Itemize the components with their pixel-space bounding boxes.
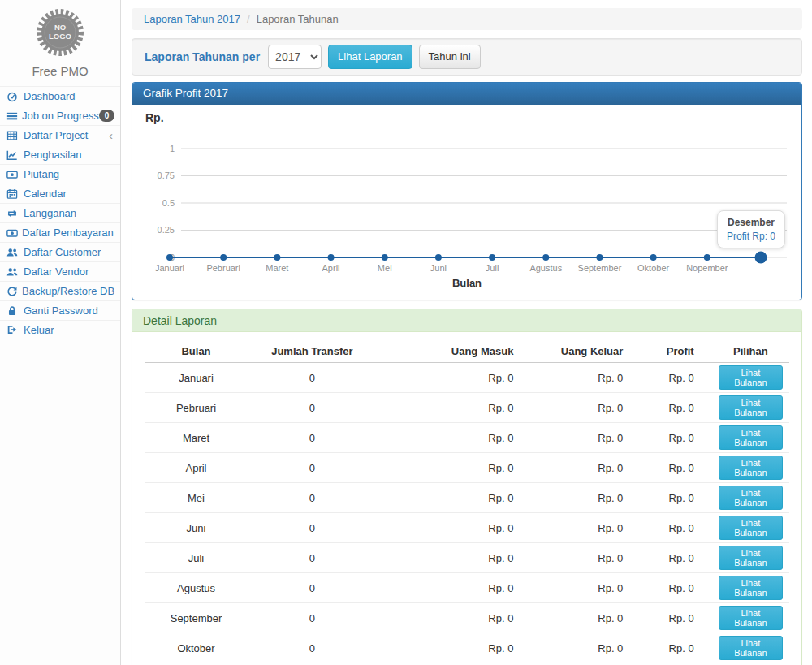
cell-jumlah-transfer: 0 — [248, 483, 377, 513]
lihat-bulanan-button[interactable]: Lihat Bulanan — [719, 395, 783, 420]
sidebar-item-penghasilan[interactable]: Penghasilan — [0, 145, 120, 164]
chart-tooltip: Desember Profit Rp: 0 — [717, 210, 785, 248]
cell-pilihan: Lihat Bulanan — [712, 513, 789, 543]
cell-uang-keluar: Rp. 0 — [531, 363, 641, 393]
line-chart-icon — [6, 149, 19, 161]
table-row: Mei0Rp. 0Rp. 0Rp. 0Lihat Bulanan — [145, 483, 789, 513]
lihat-bulanan-button[interactable]: Lihat Bulanan — [719, 606, 783, 630]
y-axis-title: Rp. — [145, 111, 788, 129]
breadcrumb: Laporan Tahun 2017 / Laporan Tahunan — [132, 8, 802, 30]
tasks-icon — [6, 110, 18, 122]
sidebar-item-label: Keluar — [24, 324, 54, 336]
detail-body: BulanJumlah TransferUang MasukUang Kelua… — [132, 332, 801, 665]
cell-profit: Rp. 0 — [641, 363, 711, 393]
refresh-icon — [6, 286, 18, 297]
table-row: Oktober0Rp. 0Rp. 0Rp. 0Lihat Bulanan — [145, 633, 789, 663]
money-icon — [6, 227, 18, 239]
report-table: BulanJumlah TransferUang MasukUang Kelua… — [145, 340, 789, 665]
cell-uang-keluar: Rp. 0 — [531, 483, 641, 513]
chart-panel-title: Grafik Profit 2017 — [132, 83, 801, 105]
sidebar-item-calendar[interactable]: Calendar — [0, 184, 120, 203]
profit-chart: Rp. 00.250.50.751JanuariPebruariMaretApr… — [132, 105, 801, 300]
column-header-uang-masuk: Uang Masuk — [377, 340, 532, 363]
sidebar-item-dashboard[interactable]: Dashboard — [0, 86, 120, 106]
cell-uang-keluar: Rp. 0 — [531, 453, 641, 483]
lihat-bulanan-button[interactable]: Lihat Bulanan — [719, 365, 783, 390]
cell-profit: Rp. 0 — [641, 603, 711, 633]
sidebar-item-job-on-progress[interactable]: Job on Progress0 — [0, 106, 120, 125]
sidebar-item-label: Daftar Customer — [24, 246, 101, 258]
table-row: Januari0Rp. 0Rp. 0Rp. 0Lihat Bulanan — [145, 363, 789, 393]
cell-uang-keluar: Rp. 0 — [531, 633, 641, 663]
table-row: Juni0Rp. 0Rp. 0Rp. 0Lihat Bulanan — [145, 513, 789, 543]
sidebar-item-piutang[interactable]: Piutang — [0, 164, 120, 184]
lihat-bulanan-button[interactable]: Lihat Bulanan — [719, 456, 783, 480]
retweet-icon — [6, 208, 19, 219]
cell-bulan: September — [145, 603, 248, 633]
users-icon — [6, 247, 19, 258]
lihat-bulanan-button[interactable]: Lihat Bulanan — [719, 576, 783, 600]
cell-bulan: Juni — [145, 513, 248, 543]
svg-text:Pebruari: Pebruari — [206, 263, 240, 273]
cell-bulan: Mei — [145, 483, 248, 513]
tooltip-value: Profit Rp: 0 — [727, 231, 775, 242]
lihat-bulanan-button[interactable]: Lihat Bulanan — [719, 516, 783, 540]
table-header-row: BulanJumlah TransferUang MasukUang Kelua… — [145, 340, 789, 363]
cell-profit: Rp. 0 — [641, 513, 711, 543]
lihat-bulanan-button[interactable]: Lihat Bulanan — [719, 486, 783, 510]
sidebar-item-daftar-vendor[interactable]: Daftar Vendor — [0, 261, 120, 281]
lihat-bulanan-button[interactable]: Lihat Bulanan — [719, 546, 783, 570]
cell-pilihan: Lihat Bulanan — [712, 483, 789, 513]
cell-profit: Rp. 0 — [641, 633, 711, 663]
sidebar-item-daftar-project[interactable]: Daftar Project‹ — [0, 125, 120, 145]
no-logo-icon: NO LOGO — [34, 6, 86, 58]
cell-jumlah-transfer: 0 — [248, 453, 377, 483]
cell-jumlah-transfer: 0 — [248, 543, 377, 573]
sidebar-menu: DashboardJob on Progress0Daftar Project‹… — [0, 86, 120, 339]
signout-icon — [6, 324, 19, 335]
svg-text:1: 1 — [170, 144, 175, 153]
cell-uang-masuk: Rp. 0 — [377, 363, 532, 393]
lihat-bulanan-button[interactable]: Lihat Bulanan — [719, 636, 783, 660]
sidebar-item-backup-restore-db[interactable]: Backup/Restore DB — [0, 281, 120, 300]
svg-text:Juni: Juni — [430, 263, 447, 273]
users-icon — [6, 266, 19, 278]
cell-bulan: Maret — [145, 423, 248, 453]
year-select[interactable]: 2017 — [268, 45, 322, 69]
svg-text:Maret: Maret — [266, 263, 288, 273]
cell-pilihan: Lihat Bulanan — [712, 363, 789, 393]
sidebar-item-ganti-password[interactable]: Ganti Password — [0, 300, 120, 320]
cell-uang-masuk: Rp. 0 — [377, 453, 532, 483]
cell-pilihan: Lihat Bulanan — [712, 423, 789, 453]
sidebar-item-daftar-pembayaran[interactable]: Daftar Pembayaran — [0, 222, 120, 242]
cell-uang-masuk: Rp. 0 — [377, 483, 532, 513]
sidebar-item-label: Dashboard — [24, 90, 76, 102]
table-row: Agustus0Rp. 0Rp. 0Rp. 0Lihat Bulanan — [145, 573, 789, 603]
detail-report-panel: Detail Laporan BulanJumlah TransferUang … — [132, 309, 802, 665]
lihat-bulanan-button[interactable]: Lihat Bulanan — [719, 425, 783, 450]
cell-profit: Rp. 0 — [641, 483, 711, 513]
table-row: Pebruari0Rp. 0Rp. 0Rp. 0Lihat Bulanan — [145, 393, 789, 423]
cell-pilihan: Lihat Bulanan — [712, 603, 789, 633]
tahun-ini-button[interactable]: Tahun ini — [419, 45, 481, 69]
breadcrumb-link[interactable]: Laporan Tahun 2017 — [144, 13, 240, 25]
svg-text:Agustus: Agustus — [529, 263, 562, 273]
sidebar-item-keluar[interactable]: Keluar — [0, 320, 120, 339]
lihat-laporan-button[interactable]: Lihat Laporan — [328, 45, 412, 69]
cell-uang-masuk: Rp. 0 — [377, 633, 532, 663]
cell-pilihan: Lihat Bulanan — [712, 543, 789, 573]
sidebar-item-label: Backup/Restore DB — [22, 285, 114, 297]
column-header-uang-keluar: Uang Keluar — [531, 340, 641, 363]
cell-uang-keluar: Rp. 0 — [531, 543, 641, 573]
breadcrumb-separator: / — [247, 13, 250, 25]
sidebar-item-label: Daftar Vendor — [24, 266, 89, 278]
line-chart: 00.250.50.751JanuariPebruariMaretAprilMe… — [145, 129, 788, 277]
cell-pilihan: Lihat Bulanan — [712, 633, 789, 663]
sidebar-item-langganan[interactable]: Langganan — [0, 203, 120, 222]
main-content: Laporan Tahun 2017 / Laporan Tahunan Lap… — [121, 0, 812, 665]
cell-jumlah-transfer: 0 — [248, 513, 377, 543]
sidebar-item-daftar-customer[interactable]: Daftar Customer — [0, 242, 120, 261]
cell-uang-keluar: Rp. 0 — [531, 573, 641, 603]
cell-pilihan: Lihat Bulanan — [712, 573, 789, 603]
lock-icon — [6, 305, 19, 317]
